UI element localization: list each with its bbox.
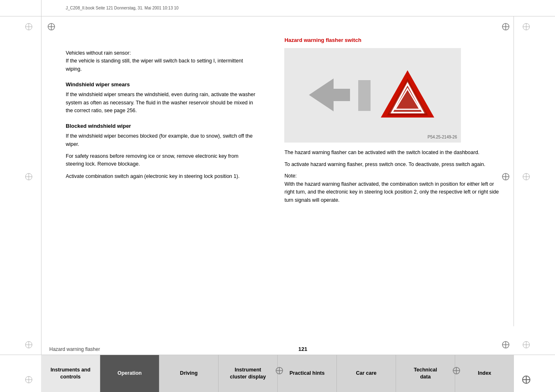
reg-mark-mr [522,173,530,181]
note-label: Note: [284,173,502,179]
image-ref: P54.25-2149-26 [428,135,457,139]
reg-mark-br2 [502,341,510,349]
tab-technical-data[interactable]: Technicaldata [396,355,455,392]
footer-label: Hazard warning flasher [49,346,100,352]
hazard-triangle-icon [379,68,436,122]
reg-mark-nav-center [275,367,283,375]
reg-mark-bl [25,341,33,349]
arrow-left-icon [309,76,350,113]
content-area: Vehicles without rain sensor: Vehicles w… [41,16,514,326]
right-text1: The hazard warning flasher can be activa… [284,149,502,157]
reg-mark-bottom-l [25,376,33,384]
section2-text1: If the windshield wiper becomes blocked … [66,132,256,148]
triangle-wrapper [379,68,436,123]
section2-text3: Activate combination switch again (elect… [66,173,256,180]
tab-car-care[interactable]: Car care [337,355,396,392]
tab-operation[interactable]: Operation [100,355,159,392]
reg-mark-tl [25,23,33,31]
rect-mid [358,80,371,111]
section2-text2: For safety reasons before removing ice o… [66,152,256,168]
intro-text: Vehicles without rain sensor: Vehicles w… [66,49,256,73]
page-footer: Hazard warning flasher 121 [0,346,555,352]
right-column: Hazard warning flasher switch [268,16,514,326]
tab-instruments-and-controls[interactable]: Instruments and controls [41,355,100,392]
left-column: Vehicles without rain sensor: Vehicles w… [41,16,268,326]
reg-mark-br [522,341,530,349]
note-text: With the hazard warning flasher activate… [284,180,502,204]
hazard-image: P54.25-2149-26 [284,48,461,143]
tab-practical-hints[interactable]: Practical hints [278,355,337,392]
reg-mark-ml [25,173,33,181]
reg-mark-nav-right [452,367,461,375]
svg-marker-21 [309,78,350,111]
section1-title: Windshield wiper smears [66,81,256,88]
top-bar: J_C208_II.book Seite 121 Donnerstag, 31.… [0,0,555,16]
page-number: 121 [100,346,506,352]
section1-text: If the windshield wiper smears the winds… [66,91,256,115]
tab-index[interactable]: Index [455,355,514,392]
tab-instrument-cluster-display[interactable]: Instrumentcluster display [219,355,278,392]
top-bar-text: J_C208_II.book Seite 121 Donnerstag, 31.… [66,6,179,10]
reg-mark-bottom-r [522,376,530,384]
tab-driving[interactable]: Driving [159,355,219,392]
right-text2: To activate hazard warning flasher, pres… [284,161,502,168]
hazard-title: Hazard warning flasher switch [284,37,502,43]
reg-mark-tr [522,23,530,31]
section2-title: Blocked windshield wiper [66,123,256,129]
